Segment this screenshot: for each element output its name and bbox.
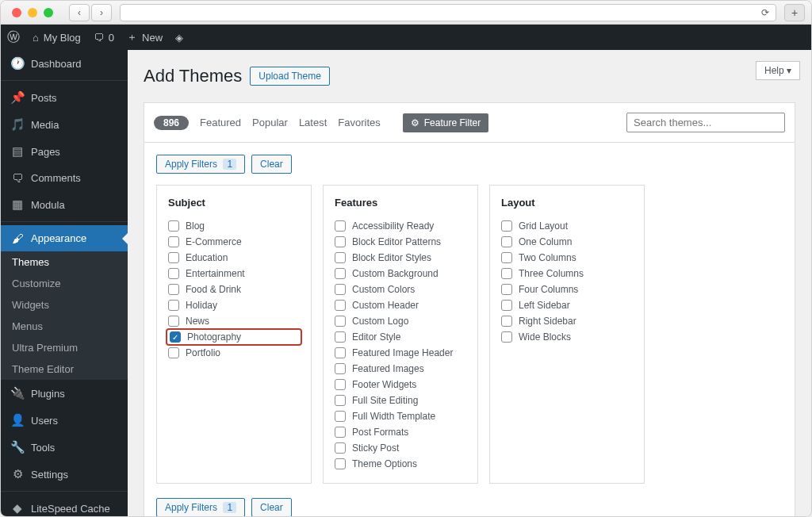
sidebar-item-users[interactable]: 👤Users xyxy=(1,407,128,434)
checkbox-icon xyxy=(335,268,346,279)
filter-checkbox-e-commerce[interactable]: E-Commerce xyxy=(168,234,300,250)
close-window-icon[interactable] xyxy=(12,8,21,17)
filter-checkbox-one-column[interactable]: One Column xyxy=(501,234,633,250)
checkbox-label: Photography xyxy=(187,331,241,343)
feature-filter-button[interactable]: ⚙Feature Filter xyxy=(403,113,488,132)
new-tab-button[interactable]: + xyxy=(784,4,805,21)
sidebar-item-dashboard[interactable]: 🕐Dashboard xyxy=(1,50,128,77)
extra-icon[interactable]: ◈ xyxy=(169,25,190,50)
sidebar-item-modula[interactable]: ▦Modula xyxy=(1,191,128,218)
filter-checkbox-full-site-editing[interactable]: Full Site Editing xyxy=(335,393,466,408)
checkbox-label: Footer Widgets xyxy=(352,379,416,390)
sidebar-item-litespeed-cache[interactable]: ◆LiteSpeed Cache xyxy=(1,495,128,516)
filter-checkbox-holiday[interactable]: Holiday xyxy=(168,297,300,313)
checkbox-icon xyxy=(501,316,512,327)
apply-filters-button[interactable]: Apply Filters 1 xyxy=(156,155,245,174)
filter-tab-featured[interactable]: Featured xyxy=(200,117,241,128)
sidebar-item-posts[interactable]: 📌Posts xyxy=(1,84,128,111)
help-tab-button[interactable]: Help ▾ xyxy=(756,61,800,80)
filter-checkbox-full-width-template[interactable]: Full Width Template xyxy=(335,408,466,424)
checkbox-icon xyxy=(335,363,346,374)
filter-checkbox-grid-layout[interactable]: Grid Layout xyxy=(501,218,633,234)
site-home-link[interactable]: ⌂My Blog xyxy=(26,25,87,50)
comment-icon: 🗨 xyxy=(94,32,104,44)
filter-checkbox-four-columns[interactable]: Four Columns xyxy=(501,281,633,297)
sidebar-item-label: Posts xyxy=(31,92,57,104)
filter-checkbox-theme-options[interactable]: Theme Options xyxy=(335,456,466,472)
submenu-item-theme-editor[interactable]: Theme Editor xyxy=(1,358,128,380)
sidebar-item-tools[interactable]: 🔧Tools xyxy=(1,434,128,461)
filter-checkbox-block-editor-patterns[interactable]: Block Editor Patterns xyxy=(335,234,466,250)
browser-forward-button[interactable]: › xyxy=(91,4,112,21)
checkbox-label: Sticky Post xyxy=(352,442,399,454)
filter-checkbox-block-editor-styles[interactable]: Block Editor Styles xyxy=(335,250,466,266)
checkbox-label: Wide Blocks xyxy=(519,331,571,343)
gear-icon: ⚙ xyxy=(411,117,419,128)
filter-checkbox-editor-style[interactable]: Editor Style xyxy=(335,329,466,345)
submenu-item-themes[interactable]: Themes xyxy=(1,251,128,273)
filter-checkbox-food-drink[interactable]: Food & Drink xyxy=(168,281,300,297)
sidebar-item-comments[interactable]: 🗨Comments xyxy=(1,165,128,191)
filter-checkbox-sticky-post[interactable]: Sticky Post xyxy=(335,440,466,456)
wp-logo-icon[interactable]: ⓦ xyxy=(1,25,26,50)
main-content: Add Themes Upload Theme 896 FeaturedPopu… xyxy=(128,50,811,516)
filter-checkbox-accessibility-ready[interactable]: Accessibility Ready xyxy=(335,218,466,234)
filter-checkbox-photography[interactable]: ✓Photography xyxy=(168,331,300,343)
upload-theme-button[interactable]: Upload Theme xyxy=(250,67,330,86)
sidebar-item-media[interactable]: 🎵Media xyxy=(1,111,128,138)
clear-filters-button[interactable]: Clear xyxy=(251,498,292,516)
browser-url-bar[interactable]: ⟳ xyxy=(120,4,776,21)
checkbox-icon xyxy=(501,252,512,263)
checkbox-label: Left Sidebar xyxy=(519,300,570,311)
sidebar-item-label: Users xyxy=(31,415,58,427)
browser-back-button[interactable]: ‹ xyxy=(69,4,90,21)
checkbox-icon xyxy=(501,268,512,279)
checkbox-label: Portfolio xyxy=(186,347,220,358)
checkbox-label: Four Columns xyxy=(519,284,578,295)
filter-checkbox-custom-header[interactable]: Custom Header xyxy=(335,297,466,313)
filter-tab-favorites[interactable]: Favorites xyxy=(338,117,380,128)
filter-group-subject: Subject BlogE-CommerceEducationEntertain… xyxy=(156,185,312,484)
filter-checkbox-two-columns[interactable]: Two Columns xyxy=(501,250,633,266)
minimize-window-icon[interactable] xyxy=(28,8,37,17)
filter-checkbox-portfolio[interactable]: Portfolio xyxy=(168,345,300,361)
sidebar-item-plugins[interactable]: 🔌Plugins xyxy=(1,380,128,407)
filter-checkbox-education[interactable]: Education xyxy=(168,250,300,266)
filter-checkbox-right-sidebar[interactable]: Right Sidebar xyxy=(501,313,633,329)
filter-checkbox-three-columns[interactable]: Three Columns xyxy=(501,266,633,281)
filter-checkbox-post-formats[interactable]: Post Formats xyxy=(335,424,466,440)
filter-checkbox-featured-images[interactable]: Featured Images xyxy=(335,361,466,377)
feature-filter-panel: Apply Filters 1 Clear Subject BlogE-Comm… xyxy=(144,143,795,516)
submenu-item-ultra-premium[interactable]: Ultra Premium xyxy=(1,337,128,358)
filter-checkbox-custom-logo[interactable]: Custom Logo xyxy=(335,313,466,329)
filter-checkbox-wide-blocks[interactable]: Wide Blocks xyxy=(501,329,633,345)
filter-group-layout: Layout Grid LayoutOne ColumnTwo ColumnsT… xyxy=(489,185,645,484)
filter-checkbox-news[interactable]: News xyxy=(168,313,300,329)
filter-tab-latest[interactable]: Latest xyxy=(299,117,327,128)
submenu-item-widgets[interactable]: Widgets xyxy=(1,294,128,316)
apply-filters-button[interactable]: Apply Filters 1 xyxy=(156,498,245,516)
filter-checkbox-custom-background[interactable]: Custom Background xyxy=(335,266,466,281)
filter-checkbox-custom-colors[interactable]: Custom Colors xyxy=(335,281,466,297)
submenu-item-customize[interactable]: Customize xyxy=(1,273,128,294)
filter-checkbox-left-sidebar[interactable]: Left Sidebar xyxy=(501,297,633,313)
filter-checkbox-footer-widgets[interactable]: Footer Widgets xyxy=(335,377,466,393)
filter-checkbox-featured-image-header[interactable]: Featured Image Header xyxy=(335,345,466,361)
filter-tab-popular[interactable]: Popular xyxy=(252,117,288,128)
sidebar-item-settings[interactable]: ⚙Settings xyxy=(1,461,128,488)
refresh-icon[interactable]: ⟳ xyxy=(761,7,769,18)
new-content-link[interactable]: ＋New xyxy=(121,25,169,50)
search-themes-input[interactable] xyxy=(626,113,785,132)
sidebar-item-appearance[interactable]: 🖌Appearance xyxy=(1,225,128,251)
sidebar-item-pages[interactable]: ▤Pages xyxy=(1,138,128,165)
theme-count-badge: 896 xyxy=(154,116,189,130)
comments-link[interactable]: 🗨0 xyxy=(87,25,121,50)
maximize-window-icon[interactable] xyxy=(44,8,53,17)
filter-checkbox-entertainment[interactable]: Entertainment xyxy=(168,266,300,281)
checkbox-icon xyxy=(335,316,346,327)
clear-filters-button[interactable]: Clear xyxy=(251,155,292,174)
submenu-item-menus[interactable]: Menus xyxy=(1,316,128,337)
filter-group-features: Features Accessibility ReadyBlock Editor… xyxy=(323,185,478,484)
checkbox-label: Custom Header xyxy=(352,300,419,311)
filter-checkbox-blog[interactable]: Blog xyxy=(168,218,300,234)
